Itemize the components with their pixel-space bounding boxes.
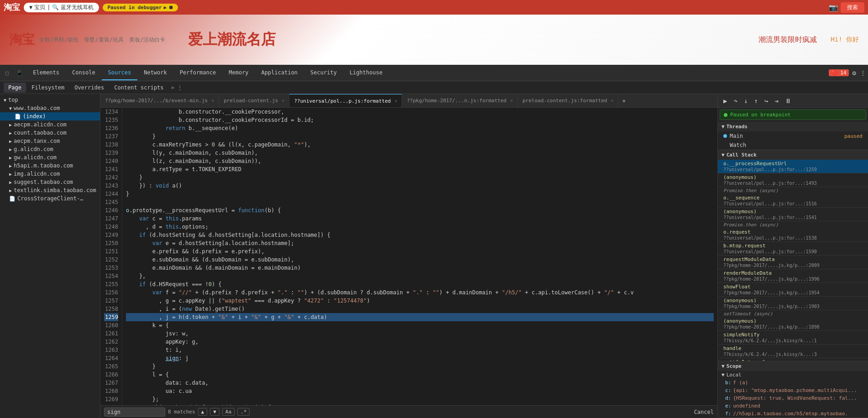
devtools-icon-device[interactable]: 📱 <box>12 68 26 78</box>
scope-section: ▼ Scope ▼ Local b: f (a) c: {api: "mtop.… <box>718 361 868 418</box>
tree-item-g-alicdn[interactable]: ▶ g.alicdn.com <box>0 145 100 153</box>
deactivate-button[interactable]: ⇥ <box>773 96 780 105</box>
close-tab-icon[interactable]: × <box>282 98 284 103</box>
tab-network[interactable]: Network <box>137 66 173 80</box>
tab-console[interactable]: Console <box>66 66 102 80</box>
code-content[interactable]: b.constructor.__cookieProcessor, b.const… <box>122 108 717 405</box>
pause-exceptions-button[interactable]: ⏸ <box>783 96 793 105</box>
subtab-filesystem[interactable]: Filesystem <box>27 83 69 93</box>
step-into-button[interactable]: ↓ <box>742 96 749 105</box>
tree-arrow: ▶ <box>9 122 12 127</box>
callstack-fn-label: (anonymous) <box>723 174 864 180</box>
tab-elements[interactable]: Elements <box>26 66 66 80</box>
search-input-wrap[interactable] <box>104 408 165 417</box>
callstack-fn-label: o.__processRequestUrl <box>723 161 864 167</box>
close-tab-icon[interactable]: × <box>611 98 613 103</box>
callstack-item[interactable]: (anonymous) ??pkg/home-2017/....js,kg/p.… <box>718 317 868 331</box>
callstack-item[interactable]: notifyInternal ??kissy/k/6.2.4/...js,kis… <box>718 358 868 361</box>
tab-lighthouse[interactable]: Lighthouse <box>343 66 389 80</box>
settings-icon[interactable]: ⚙ <box>852 69 856 77</box>
devtools-icon-inspect[interactable]: ⬚ <box>2 68 12 78</box>
close-tab-icon[interactable]: × <box>211 98 214 103</box>
file-tab-home2017[interactable]: ??pkg/home-2017/...n.js:formatted × <box>402 94 518 107</box>
regex-button[interactable]: .* <box>237 408 250 416</box>
file-tab-event-min[interactable]: ??pkg/home-2017/.../b/event-min.js × <box>100 94 219 107</box>
step-out-button[interactable]: ↑ <box>752 96 759 105</box>
callstack-item[interactable]: requestModuleData ??pkg/home-2017/....js… <box>718 256 868 269</box>
more-subtabs-icon[interactable]: » <box>171 84 174 91</box>
scope-local-header[interactable]: ▼ Local <box>718 371 868 379</box>
callstack-item[interactable]: b.mtop.request ??universal/pol...p.js:fo… <box>718 242 868 256</box>
tree-item-textlink[interactable]: ▶ textlink.simba.taobao.com <box>0 186 100 194</box>
callstack-item[interactable]: (anonymous) ??pkg/home-2017/....js,kg/p.… <box>718 297 868 310</box>
callstack-item[interactable]: renderModuleData ??pkg/home-2017/....js,… <box>718 269 868 283</box>
file-tab-more[interactable]: » <box>618 96 629 106</box>
close-tab-icon[interactable]: × <box>394 99 397 104</box>
tree-item-crossstorage[interactable]: 📄 CrossStorageClient-e22cc97a-fd14-4228-… <box>0 194 100 203</box>
callstack-item[interactable]: handle ??kissy/k/6.2.4/...js,kissy/k...:… <box>718 345 868 358</box>
search-button[interactable]: 搜索 <box>841 2 864 13</box>
tree-item-index[interactable]: 📄 (index) <box>0 112 100 120</box>
scope-label: Scope <box>727 363 742 369</box>
code-line: if (d.hostSetting && d.hostSetting[a.loc… <box>126 231 714 239</box>
file-tab-universal[interactable]: ??universal/pol...p.js:formatted × <box>289 94 402 107</box>
scope-item-e[interactable]: e: undefined <box>718 402 868 410</box>
callstack-item[interactable]: (anonymous) ??universal/pol...p.js:for..… <box>718 173 868 187</box>
scope-header[interactable]: ▼ Scope <box>718 361 868 371</box>
threads-header[interactable]: ▼ Threads <box>718 122 868 131</box>
site-nav[interactable]: 女鞋/男鞋/箱包 母婴/童装/玩具 美妆/活动白卡 <box>39 36 165 44</box>
tree-item-top[interactable]: ▼ top <box>0 96 100 104</box>
search-cancel-button[interactable]: Cancel <box>694 409 714 415</box>
callstack-item[interactable]: o.request ??universal/pol...p.js:for...:… <box>718 228 868 242</box>
tree-item-tanx[interactable]: ▶ aecpm.tanx.com <box>0 137 100 145</box>
browser-search[interactable]: ▼ 宝贝 | 🔍 蓝牙无线耳机 <box>24 3 99 12</box>
subtab-content-scripts[interactable]: Content scripts <box>110 83 168 93</box>
more-icon[interactable]: ⋮ <box>860 69 866 77</box>
subtab-more-icon[interactable]: ⋮ <box>177 84 183 91</box>
code-line: l = { <box>126 371 714 379</box>
callstack-item[interactable]: showFloat ??pkg/home-2017/....js,kg/p...… <box>718 283 868 297</box>
call-stack-header[interactable]: ▼ Call Stack <box>718 150 868 160</box>
step-over-button[interactable]: ↷ <box>732 96 739 105</box>
camera-icon[interactable]: 📷 <box>829 3 838 12</box>
tree-item-aecpm[interactable]: ▶ aecpm.alicdn.com <box>0 120 100 129</box>
tree-item-count[interactable]: ▶ count.taobao.com <box>0 129 100 137</box>
tab-application[interactable]: Application <box>255 66 304 80</box>
tab-memory[interactable]: Memory <box>222 66 255 80</box>
close-tab-icon[interactable]: × <box>510 98 513 103</box>
resume-button[interactable]: ▶ <box>722 96 729 105</box>
tab-security[interactable]: Security <box>304 66 343 80</box>
subtab-overrides[interactable]: Overrides <box>70 83 109 93</box>
prev-match-button[interactable]: ▲ <box>198 408 208 416</box>
file-tab-preload-formatted[interactable]: preload-content.js:formatted × <box>518 94 618 107</box>
tree-item-img[interactable]: ▶ img.alicdn.com <box>0 170 100 178</box>
nav-item-shoes[interactable]: 女鞋/男鞋/箱包 <box>39 36 78 44</box>
tab-performance[interactable]: Performance <box>173 66 222 80</box>
tab-sources[interactable]: Sources <box>102 66 138 80</box>
play-icon[interactable]: ▶ <box>164 5 167 10</box>
nav-item-beauty[interactable]: 美妆/活动白卡 <box>129 36 165 44</box>
thread-main[interactable]: Main paused <box>718 131 868 141</box>
scope-item-c[interactable]: c: {api: "mtop.mytaobao.pchome.multiAcqu… <box>718 387 868 394</box>
tree-item-h5api[interactable]: ▶ h5api.m.taobao.com <box>0 162 100 170</box>
callstack-item[interactable]: simpleNotify ??kissy/k/6.2.4/...js,kissy… <box>718 331 868 345</box>
callstack-item[interactable]: o.__processRequestUrl ??universal/pol...… <box>718 160 868 173</box>
tree-item-taobao[interactable]: ▼ www.taobao.com <box>0 104 100 112</box>
scope-item-b[interactable]: b: f (a) <box>718 379 868 387</box>
callstack-fn-label: requestModuleData <box>723 256 864 262</box>
tree-item-suggest[interactable]: ▶ suggest.taobao.com <box>0 178 100 186</box>
scope-item-d[interactable]: d: {H5Request: true, WindVaneRequest: fa… <box>718 394 868 402</box>
subtab-page[interactable]: Page <box>4 83 26 93</box>
callstack-item[interactable]: o.__sequence ??universal/pol...p.js:for.… <box>718 194 868 208</box>
case-sensitive-button[interactable]: Aa <box>222 408 235 416</box>
thread-watch[interactable]: Watch <box>718 141 868 150</box>
next-match-button[interactable]: ▼ <box>210 408 220 416</box>
file-tab-preload[interactable]: preload-content.js × <box>219 94 289 107</box>
step-button[interactable]: ↪ <box>763 96 770 105</box>
callstack-item[interactable]: (anonymous) ??universal/pol...p.js:for..… <box>718 208 868 221</box>
scope-item-f[interactable]: f: //h5api.m.taobao.com/h5/mtop.mytaobao… <box>718 410 868 418</box>
record-icon[interactable]: ⏺ <box>168 5 173 10</box>
tree-item-gw-alicdn[interactable]: ▶ gw.alicdn.com <box>0 153 100 162</box>
search-input[interactable] <box>107 409 162 415</box>
nav-item-baby[interactable]: 母婴/童装/玩具 <box>84 36 123 44</box>
